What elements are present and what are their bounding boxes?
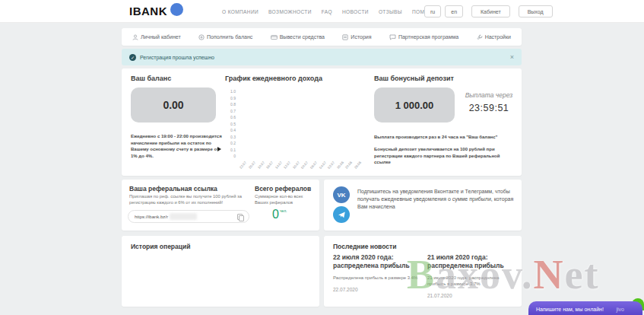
lang-en-button[interactable]: en bbox=[445, 5, 463, 18]
news-item-title[interactable]: 22 июля 2020 года: распределена прибыль bbox=[333, 253, 420, 270]
dashboard-card: Ваш баланс 0.00 Ежедневно с 19:00 - 22:0… bbox=[122, 68, 522, 176]
daily-income-chart-section: График ежедневного дохода 1.00.90.80.70.… bbox=[225, 75, 370, 172]
y-tick-label: 0.1 bbox=[230, 148, 236, 152]
y-tick-label: 0.2 bbox=[230, 142, 236, 145]
x-tick: 26.06 bbox=[353, 161, 362, 173]
y-tick-label: 0.4 bbox=[230, 129, 236, 132]
vk-icon[interactable]: VK bbox=[333, 186, 350, 203]
notifications-card: VK Подпишитесь на уведомления Вконтакте … bbox=[324, 180, 522, 231]
nav-item[interactable]: ОТЗЫВЫ bbox=[379, 9, 402, 14]
nav-item[interactable]: НОВОСТИ bbox=[342, 9, 369, 14]
tab-withdraw[interactable]: Вывести средства bbox=[271, 34, 325, 40]
balance-value: 0.00 bbox=[131, 88, 216, 123]
watermark-letter: N bbox=[534, 252, 565, 298]
account-tabs: Личный кабинет Пополнить баланс Вывести … bbox=[122, 28, 522, 46]
cabinet-button[interactable]: Кабинет bbox=[471, 5, 510, 18]
header-buttons: ru en Кабинет Выход bbox=[424, 5, 553, 18]
news-item-body: 21 июля 2020 года: распределена прибыль … bbox=[427, 275, 514, 287]
alert-message: Регистрация прошла успешно bbox=[140, 55, 214, 60]
referrals-total-desc: Суммарное кол-во всех Ваших рефералов bbox=[255, 194, 316, 205]
bonus-note-1: Выплата производится раз в 24 часа на "В… bbox=[374, 134, 516, 141]
referral-title: Ваша реферальная ссылка bbox=[129, 185, 217, 192]
x-tick: 10.07 bbox=[291, 161, 300, 173]
user-icon bbox=[132, 34, 138, 40]
balance-title: Ваш баланс bbox=[131, 75, 226, 82]
latest-news-card: Последние новости 22 июля 2020 года: рас… bbox=[324, 236, 522, 307]
news-list: 22 июля 2020 года: распределена прибыль … bbox=[333, 253, 514, 298]
chat-widget[interactable]: Напишите нам, мы онлайн! jivo bbox=[528, 301, 642, 315]
y-tick-label: 0.9 bbox=[230, 97, 236, 100]
tab-personal-cabinet[interactable]: Личный кабинет bbox=[132, 34, 181, 40]
news-item-date: 22.07.2020 bbox=[333, 287, 420, 292]
y-tick-label: 0.5 bbox=[230, 123, 236, 126]
tab-history[interactable]: История bbox=[342, 34, 371, 40]
referral-link-input[interactable]: https://ibank.bz/r bbox=[128, 210, 249, 223]
tab-settings[interactable]: Настройки bbox=[477, 34, 511, 40]
referrals-total-title: Всего рефералов bbox=[255, 185, 311, 192]
x-tick: 14.07 bbox=[273, 161, 282, 173]
logout-button[interactable]: Выход bbox=[519, 5, 553, 18]
lang-ru-button[interactable]: ru bbox=[424, 5, 441, 18]
telegram-icon[interactable] bbox=[333, 206, 350, 223]
x-tick: 30.06 bbox=[335, 161, 344, 173]
jivo-brand: jivo bbox=[616, 307, 624, 312]
news-item: 21 июля 2020 года: распределена прибыль … bbox=[427, 253, 514, 298]
page: IBANK О КОМПАНИИВОЗМОЖНОСТИFAQНОВОСТИОТЗ… bbox=[0, 0, 644, 315]
bonus-deposit-section: Ваш бонусный депозит 1 000.00 Выплата че… bbox=[374, 75, 516, 176]
chart-x-axis: 22.0720.0718.0716.0714.0712.0710.0708.07… bbox=[238, 161, 361, 173]
alert-close-icon[interactable]: × bbox=[510, 53, 514, 61]
tab-partner-program[interactable]: Партнерская программа bbox=[389, 34, 458, 40]
y-tick-label: 0.3 bbox=[230, 135, 236, 139]
main-nav: О КОМПАНИИВОЗМОЖНОСТИFAQНОВОСТИОТЗЫВЫПОМ… bbox=[222, 0, 437, 23]
x-tick: 28.06 bbox=[344, 161, 353, 173]
news-item-title[interactable]: 21 июля 2020 года: распределена прибыль bbox=[427, 253, 514, 270]
bonus-title: Ваш бонусный депозит bbox=[374, 75, 516, 82]
plus-circle-icon bbox=[198, 34, 205, 40]
y-tick-label: 0.7 bbox=[230, 110, 236, 113]
payout-countdown: 23:59:51 bbox=[462, 103, 516, 113]
mouse-cursor bbox=[217, 147, 221, 151]
y-tick-label: 0 bbox=[233, 154, 236, 158]
credit-card-icon bbox=[271, 34, 278, 40]
logo[interactable]: IBANK bbox=[129, 5, 167, 18]
x-tick: 20.07 bbox=[247, 161, 256, 173]
logo-circle-icon bbox=[170, 3, 183, 16]
latest-news-title: Последние новости bbox=[333, 243, 396, 250]
chart-y-axis: 1.00.90.80.70.60.50.40.30.20.10 bbox=[225, 90, 236, 158]
x-tick: 02.07 bbox=[326, 161, 335, 173]
x-tick: 12.07 bbox=[282, 161, 291, 173]
y-tick-label: 1.0 bbox=[230, 90, 236, 94]
chat-text: Напишите нам, мы онлайн! bbox=[536, 307, 604, 312]
success-alert: ✓ Регистрация прошла успешно × bbox=[122, 49, 522, 65]
daily-income-chart: 1.00.90.80.70.60.50.40.30.20.10 22.0720.… bbox=[225, 87, 370, 172]
referral-link-value: https://ibank.bz/r bbox=[135, 215, 168, 219]
tab-deposit[interactable]: Пополнить баланс bbox=[198, 34, 252, 40]
watermark-letter: et bbox=[565, 252, 600, 298]
x-tick: 08.07 bbox=[300, 161, 309, 173]
news-item-date: 21.07.2020 bbox=[427, 293, 514, 298]
bonus-note-2: Бонусный депозит увеличивается на 100 ру… bbox=[374, 146, 516, 166]
chart-title: График ежедневного дохода bbox=[225, 75, 370, 82]
x-tick: 18.07 bbox=[255, 161, 265, 173]
referral-desc: Приглашая по реф. ссылке вы получите 100… bbox=[129, 194, 252, 205]
bonus-value: 1 000.00 bbox=[374, 88, 455, 123]
nav-item[interactable]: ВОЗМОЖНОСТИ bbox=[268, 9, 312, 14]
nav-item[interactable]: О КОМПАНИИ bbox=[222, 9, 259, 14]
referral-link-censored bbox=[170, 213, 197, 220]
balance-section: Ваш баланс 0.00 Ежедневно с 19:00 - 22:0… bbox=[131, 75, 226, 159]
check-circle-icon: ✓ bbox=[129, 54, 136, 61]
chat-pill[interactable]: Напишите нам, мы онлайн! jivo bbox=[528, 301, 642, 315]
nav-item[interactable]: FAQ bbox=[322, 9, 332, 14]
news-item: 22 июля 2020 года: распределена прибыль … bbox=[333, 253, 420, 298]
payout-label: Выплата через bbox=[462, 91, 516, 99]
chat-bubble-icon bbox=[389, 34, 396, 40]
copy-icon[interactable] bbox=[237, 214, 243, 220]
wrench-icon bbox=[477, 34, 483, 40]
history-icon bbox=[342, 34, 348, 40]
operations-history-title: История операций bbox=[131, 243, 190, 250]
top-header: IBANK О КОМПАНИИВОЗМОЖНОСТИFAQНОВОСТИОТЗ… bbox=[0, 0, 644, 23]
x-tick-label: 26.06 bbox=[354, 161, 362, 170]
referral-card: Ваша реферальная ссылка Приглашая по реф… bbox=[122, 180, 319, 231]
y-tick-label: 0.8 bbox=[230, 103, 236, 107]
y-tick-label: 0.6 bbox=[230, 116, 236, 119]
